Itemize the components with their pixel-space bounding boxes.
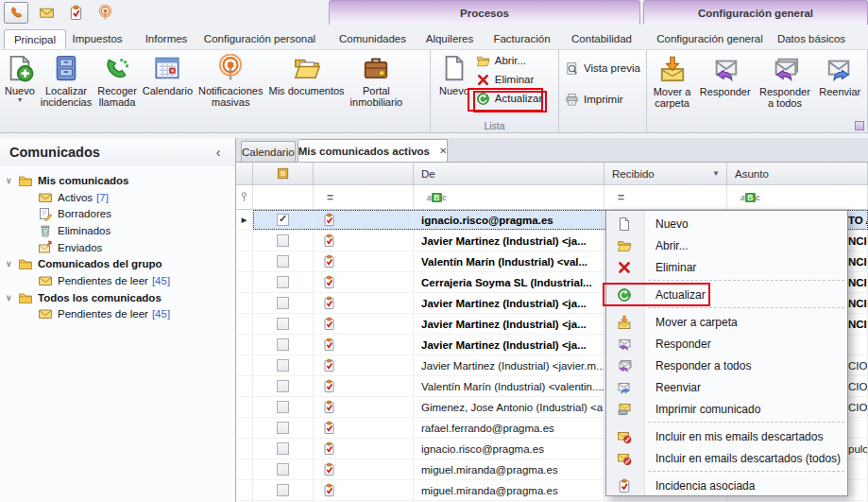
grid-header-de[interactable]: De xyxy=(414,163,604,185)
row-checkbox-cell[interactable] xyxy=(253,439,314,459)
dropdown-arrow-icon[interactable]: ▾ xyxy=(18,96,22,103)
filter-icon-cell[interactable]: = xyxy=(314,185,414,209)
menu-item[interactable]: Incidencia asociada xyxy=(606,475,847,496)
ribbon-big-button[interactable]: Nuevo ▾ xyxy=(2,51,38,103)
menu-item[interactable]: Incluir en mis emails descartados xyxy=(606,425,847,447)
ribbon-big-button[interactable]: Portal inmobiliario xyxy=(348,51,406,108)
ribbon-tab[interactable]: Principal xyxy=(4,29,66,49)
row-checkbox[interactable] xyxy=(277,338,289,351)
ribbon-big-button[interactable]: Recoger llamada xyxy=(94,51,140,108)
ribbon-tab[interactable]: Alquileres xyxy=(421,29,478,49)
row-checkbox[interactable] xyxy=(277,234,289,247)
menu-item[interactable]: Actualizar xyxy=(606,284,847,305)
menu-item[interactable]: Incluir en emails descartados (todos) xyxy=(606,447,847,469)
quick-access-button[interactable] xyxy=(94,3,116,23)
ribbon-tab[interactable]: Informes xyxy=(138,29,195,49)
document-tab[interactable]: Mis comunicados activos ✕ xyxy=(298,139,449,162)
ribbon-small-button[interactable]: Abrir... xyxy=(472,51,547,70)
tree-item[interactable]: Activos [7] xyxy=(0,189,235,206)
ribbon-small-button[interactable]: Vista previa xyxy=(561,59,644,78)
row-checkbox-cell[interactable] xyxy=(253,418,314,438)
ribbon-big-button[interactable]: Reenviar xyxy=(816,52,863,97)
ribbon-tab[interactable]: Impuestos xyxy=(66,29,128,49)
filter-pin-icon[interactable] xyxy=(236,185,253,209)
row-checkbox[interactable] xyxy=(277,401,289,413)
ribbon-tab[interactable]: Configuración personal xyxy=(201,29,318,49)
row-checkbox-cell[interactable] xyxy=(253,314,314,334)
row-checkbox-cell[interactable] xyxy=(253,355,314,375)
ribbon-big-button[interactable]: Mover a carpeta xyxy=(651,52,694,109)
ribbon-tab[interactable]: Configuración general xyxy=(653,29,767,49)
row-checkbox-cell[interactable] xyxy=(253,293,314,313)
menu-item[interactable]: Reenviar xyxy=(606,376,847,398)
ribbon-big-button[interactable]: Mis documentos xyxy=(265,51,347,96)
row-checkbox-cell[interactable] xyxy=(253,272,314,292)
row-checkbox-cell[interactable] xyxy=(253,335,314,355)
ribbon-big-button[interactable]: Notificaciones masivas xyxy=(196,51,265,108)
ribbon-small-button[interactable]: Imprimir xyxy=(561,90,644,109)
tree-item[interactable]: Eliminados xyxy=(0,222,235,239)
ribbon-big-button[interactable]: Responder a todos xyxy=(757,52,813,109)
ribbon-big-button[interactable]: Localizar incidencias xyxy=(38,51,94,108)
row-checkbox[interactable] xyxy=(277,484,289,496)
row-checkbox[interactable] xyxy=(277,214,289,226)
ribbon-tab[interactable]: Comunidades xyxy=(333,29,412,49)
row-checkbox[interactable] xyxy=(277,318,289,330)
filter-recibido-cell[interactable]: = xyxy=(604,185,727,209)
grid-header-checkbox-column[interactable] xyxy=(253,163,314,185)
tree-item[interactable]: ∨ Comunicados del grupo xyxy=(0,255,235,272)
expander-icon[interactable]: ∨ xyxy=(6,259,18,268)
ribbon-tab[interactable]: Datos básicos xyxy=(775,29,847,49)
collapse-panel-icon[interactable]: ‹ xyxy=(211,145,226,160)
tree-item[interactable]: Pendientes de leer [45] xyxy=(0,306,235,323)
row-checkbox-cell[interactable] xyxy=(253,251,314,271)
quick-access-button[interactable] xyxy=(35,3,58,23)
tree-item[interactable]: Pendientes de leer [45] xyxy=(0,272,235,289)
ribbon-tab[interactable]: Contabilidad xyxy=(567,29,637,49)
equals-filter-icon[interactable]: = xyxy=(327,191,333,204)
close-tab-icon[interactable]: ✕ xyxy=(439,146,447,156)
tree-item[interactable]: ∨ Mis comunicados xyxy=(0,172,235,189)
row-checkbox-cell[interactable] xyxy=(253,376,314,396)
tree-item[interactable]: Borradores xyxy=(0,205,235,222)
group-dialog-launcher-icon[interactable] xyxy=(855,121,864,130)
menu-item[interactable]: Eliminar xyxy=(606,256,847,278)
abc-filter-icon[interactable]: aBc xyxy=(740,193,760,202)
menu-item[interactable]: Mover a carpeta xyxy=(606,311,847,333)
filter-asunto-cell[interactable]: aBc xyxy=(727,185,868,209)
row-checkbox-cell[interactable] xyxy=(253,397,314,417)
sort-descending-icon[interactable]: ▼ xyxy=(712,169,720,178)
menu-item[interactable]: Responder xyxy=(606,333,847,355)
quick-access-button[interactable] xyxy=(4,2,28,24)
tree-item[interactable]: Enviados xyxy=(0,239,235,256)
row-checkbox-cell[interactable] xyxy=(253,231,314,251)
ribbon-big-button[interactable]: Responder xyxy=(697,52,754,97)
quick-access-button[interactable] xyxy=(64,3,87,23)
ribbon-big-button[interactable]: Calendario xyxy=(140,51,196,96)
menu-item[interactable]: Imprimir comunicado xyxy=(606,398,847,420)
equals-filter-icon[interactable]: = xyxy=(618,191,624,204)
grid-header-recibido[interactable]: Recibido ▼ xyxy=(604,163,727,185)
expander-icon[interactable]: ∨ xyxy=(6,293,18,303)
row-checkbox[interactable] xyxy=(277,255,289,268)
row-checkbox[interactable] xyxy=(277,359,289,372)
filter-de-cell[interactable]: aBc xyxy=(414,185,604,209)
row-checkbox[interactable] xyxy=(277,380,289,392)
grid-header-icon-column[interactable] xyxy=(314,163,414,185)
expander-icon[interactable]: ∨ xyxy=(6,176,18,185)
row-checkbox[interactable] xyxy=(277,442,289,455)
row-checkbox[interactable] xyxy=(277,422,289,434)
row-checkbox[interactable] xyxy=(277,463,289,476)
document-tab[interactable]: Calendario xyxy=(241,141,296,162)
row-checkbox[interactable] xyxy=(277,276,289,288)
row-checkbox-cell[interactable] xyxy=(253,210,314,230)
abc-filter-icon[interactable]: aBc xyxy=(427,193,447,202)
menu-item[interactable]: Abrir... xyxy=(606,234,847,256)
row-checkbox-cell[interactable] xyxy=(253,459,314,479)
menu-item[interactable]: Responder a todos xyxy=(606,355,847,376)
ribbon-tab[interactable]: Facturación xyxy=(487,29,556,49)
tree-item[interactable]: ∨ Todos los comunicados xyxy=(0,289,235,306)
filter-checkbox-cell[interactable] xyxy=(253,185,314,209)
grid-header-asunto[interactable]: Asunto xyxy=(727,163,868,185)
row-checkbox-cell[interactable] xyxy=(253,480,314,500)
